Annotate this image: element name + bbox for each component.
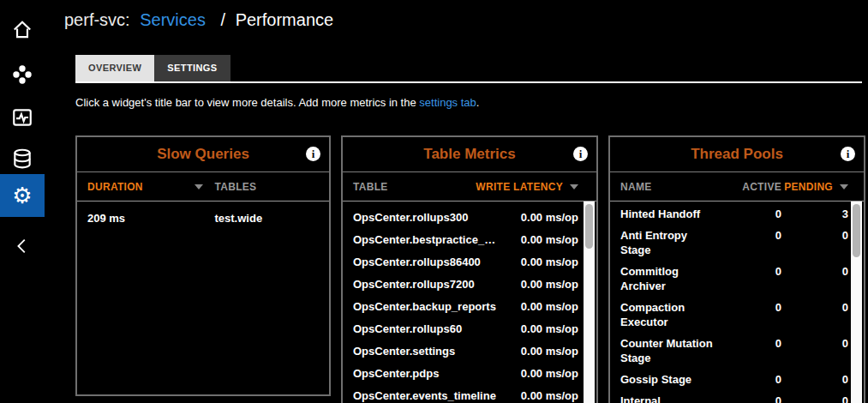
slow-queries-title-bar[interactable]: Slow Queries i (77, 137, 329, 172)
thread-pool-row[interactable]: Internal 0 0 (620, 394, 848, 403)
slow-query-row[interactable]: 209 ms test.wide (77, 207, 329, 230)
column-header-table[interactable]: TABLE (353, 181, 388, 193)
pending-count: 0 (781, 264, 848, 293)
write-latency-value: 0.00 ms/op (521, 233, 578, 246)
write-latency-value: 0.00 ms/op (521, 367, 578, 380)
database-icon (11, 147, 33, 170)
settings-tab-link[interactable]: settings tab (419, 96, 476, 109)
table-metrics-column-headers: TABLE WRITE LATENCY (343, 172, 596, 202)
slow-queries-column-headers: DURATION TABLES (77, 172, 329, 202)
column-header-pending[interactable]: PENDING (784, 181, 833, 193)
sidebar-item-cluster[interactable] (0, 53, 45, 96)
write-latency-value: 0.00 ms/op (521, 389, 578, 402)
slow-queries-widget: Slow Queries i DURATION TABLES 209 ms te… (75, 135, 331, 396)
table-metric-row[interactable]: OpsCenter.rollups86400 0.00 ms/op (343, 250, 596, 273)
widget-title: Table Metrics (423, 146, 515, 163)
active-count: 0 (715, 372, 781, 387)
sidebar-item-activities[interactable] (0, 96, 45, 139)
scrollbar-thumb[interactable] (853, 204, 860, 257)
table-metric-row[interactable]: OpsCenter.events_timeline 0.00 ms/op (343, 384, 596, 403)
column-header-write-latency[interactable]: WRITE LATENCY (476, 181, 563, 193)
table-name: OpsCenter.settings (353, 345, 455, 358)
sort-descending-icon (195, 184, 203, 189)
table-metrics-widget: Table Metrics i TABLE WRITE LATENCY OpsC… (341, 135, 598, 403)
thread-pools-title-bar[interactable]: Thread Pools i (610, 137, 864, 172)
notice-suffix: . (476, 96, 480, 109)
active-count: 0 (715, 336, 781, 365)
scrollbar-track[interactable] (584, 202, 595, 403)
thread-pools-rows: Hinted Handoff 0 3 Anti Entropy Stage 0 … (610, 202, 864, 403)
table-value: test.wide (215, 212, 263, 225)
table-metric-row[interactable]: OpsCenter.rollups60 0.00 ms/op (343, 317, 596, 340)
pool-name: Gossip Stage (620, 372, 715, 387)
active-count: 0 (715, 228, 781, 257)
sidebar-nav: ⚙ (0, 0, 45, 403)
table-name: OpsCenter.rollups7200 (353, 278, 475, 291)
column-header-duration[interactable]: DURATION (87, 181, 143, 193)
thread-pool-row[interactable]: Gossip Stage 0 0 (620, 372, 848, 387)
pending-count: 0 (781, 228, 848, 257)
table-metric-row[interactable]: OpsCenter.backup_reports 0.00 ms/op (343, 295, 596, 317)
services-link[interactable]: Services (140, 10, 206, 29)
table-metric-row[interactable]: OpsCenter.bestpractice_… 0.00 ms/op (343, 228, 596, 250)
breadcrumb: perf-svc: Services / Performance (64, 10, 333, 30)
table-name: OpsCenter.backup_reports (353, 300, 496, 313)
table-metric-row[interactable]: OpsCenter.settings 0.00 ms/op (343, 340, 596, 362)
table-metric-row[interactable]: OpsCenter.pdps 0.00 ms/op (343, 362, 596, 384)
pool-name: Anti Entropy Stage (620, 228, 715, 257)
home-icon (11, 19, 33, 41)
table-metrics-rows: OpsCenter.rollups300 0.00 ms/op OpsCente… (343, 202, 596, 403)
table-name: OpsCenter.rollups60 (353, 322, 462, 335)
info-icon[interactable]: i (573, 147, 588, 161)
scrollbar-thumb[interactable] (585, 204, 593, 249)
activity-monitor-icon (11, 106, 33, 129)
gear-icon: ⚙ (12, 184, 32, 207)
thread-pool-row[interactable]: Counter Mutation Stage 0 0 (620, 336, 848, 365)
active-count: 0 (715, 394, 781, 403)
tab-overview[interactable]: OVERVIEW (75, 55, 154, 81)
cluster-name: perf-svc: (64, 10, 130, 29)
page-title: Performance (236, 10, 334, 29)
slow-queries-rows: 209 ms test.wide (77, 202, 329, 230)
thread-pool-row[interactable]: Anti Entropy Stage 0 0 (620, 228, 848, 257)
tab-underline (75, 81, 862, 83)
sort-descending-icon (570, 184, 578, 189)
pending-count: 3 (781, 207, 848, 221)
column-header-tables[interactable]: TABLES (215, 181, 257, 193)
tab-bar: OVERVIEW SETTINGS (75, 55, 230, 81)
cluster-icon (11, 63, 33, 86)
table-metrics-title-bar[interactable]: Table Metrics i (343, 137, 596, 172)
scrollbar-track[interactable] (851, 202, 862, 403)
table-metric-row[interactable]: OpsCenter.rollups300 0.00 ms/op (343, 206, 596, 228)
notice-text: Click a widget's title bar to view more … (75, 96, 479, 109)
thread-pool-row[interactable]: Commitlog Archiver 0 0 (620, 264, 848, 293)
pending-count: 0 (781, 300, 848, 329)
thread-pools-column-headers: NAME ACTIVE PENDING (610, 172, 864, 202)
table-metric-row[interactable]: OpsCenter.rollups7200 0.00 ms/op (343, 273, 596, 295)
thread-pool-row[interactable]: Compaction Executor 0 0 (620, 300, 848, 329)
pool-name: Hinted Handoff (620, 207, 715, 221)
pending-count: 0 (781, 336, 848, 365)
column-header-name[interactable]: NAME (620, 181, 715, 193)
table-name: OpsCenter.pdps (353, 367, 439, 380)
thread-pools-widget: Thread Pools i NAME ACTIVE PENDING Hinte… (608, 135, 865, 403)
sidebar-item-home[interactable] (0, 9, 45, 51)
sidebar-collapse-button[interactable] (0, 225, 45, 268)
table-name: OpsCenter.events_timeline (353, 389, 496, 402)
active-count: 0 (715, 207, 781, 221)
pool-name: Commitlog Archiver (620, 264, 715, 293)
tab-settings[interactable]: SETTINGS (154, 55, 230, 81)
column-header-active[interactable]: ACTIVE (715, 181, 781, 193)
breadcrumb-divider: / (221, 10, 226, 29)
sort-descending-icon (840, 184, 848, 189)
info-icon[interactable]: i (841, 147, 855, 161)
table-name: OpsCenter.rollups300 (353, 211, 468, 224)
info-icon[interactable]: i (306, 147, 320, 161)
thread-pool-row[interactable]: Hinted Handoff 0 3 (620, 207, 848, 221)
write-latency-value: 0.00 ms/op (521, 322, 578, 335)
write-latency-value: 0.00 ms/op (521, 211, 578, 224)
write-latency-value: 0.00 ms/op (521, 278, 578, 291)
write-latency-value: 0.00 ms/op (521, 256, 578, 268)
chevron-left-icon (13, 237, 32, 256)
sidebar-item-settings[interactable]: ⚙ (0, 174, 45, 217)
